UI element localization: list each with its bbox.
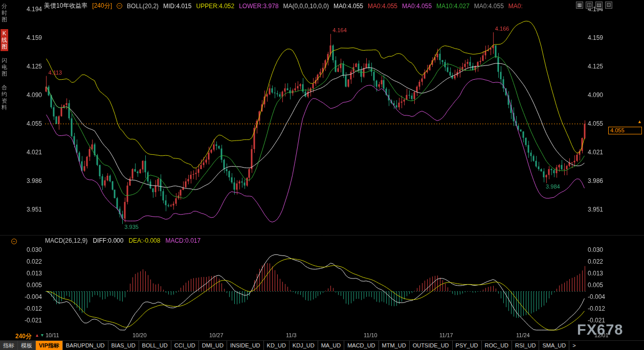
header-indicator-value: [240分] — [92, 2, 112, 10]
bottom-tab[interactable]: SMA_UD — [539, 341, 569, 350]
bottom-tab[interactable]: RSI_UD — [512, 341, 539, 350]
collapse-main-pane-icon[interactable]: − — [117, 3, 122, 9]
x-axis-date: 11/3 — [286, 332, 307, 338]
bottom-tab[interactable]: KDJ_UD — [290, 341, 318, 350]
window-layout-icon-3[interactable]: ▤ — [595, 2, 603, 9]
chart-indicator-header: 美债10年收益率[240分]−BOLL(20,2)MID:4.015UPPER:… — [44, 2, 523, 10]
header-indicator-value: MA0: — [508, 3, 523, 10]
header-indicator-value: MA10:4.027 — [436, 3, 470, 10]
sidebar-item[interactable]: K线图 — [1, 29, 8, 51]
bottom-tab[interactable]: DMI_UD — [199, 341, 227, 350]
arrow-down-icon[interactable]: ▾ — [41, 332, 43, 338]
macd-indicator-value: MACD(26,12,9) — [45, 237, 87, 244]
bottom-tab[interactable]: 模板 — [18, 341, 36, 350]
time-axis: 240分 ▴ ▾ 10/1110/2010/2711/311/1011/1711… — [0, 331, 644, 340]
bottom-tab[interactable]: ROC_UD — [482, 341, 512, 350]
bottom-tab[interactable]: MA_UD — [318, 341, 345, 350]
header-indicator-value: MA0:4.055 — [474, 3, 504, 10]
arrow-up-icon[interactable]: ▴ — [36, 332, 38, 338]
watermark: FX678 — [577, 321, 623, 338]
more-tabs-button[interactable]: > — [569, 341, 579, 350]
x-axis-date: 10/11 — [46, 332, 67, 338]
x-axis-date: 10/27 — [209, 332, 231, 338]
trading-app-window: 分时图K线图闪电图合约资料 美债10年收益率[240分]−BOLL(20,2)M… — [0, 0, 644, 350]
collapse-macd-pane-icon[interactable]: − — [11, 239, 17, 244]
bottom-tab[interactable]: BIAS_UD — [108, 341, 139, 350]
left-sidebar: 分时图K线图闪电图合约资料 — [0, 2, 9, 112]
window-layout-icon-1[interactable]: ▦ — [576, 2, 583, 9]
header-indicator-value: MA0:4.055 — [334, 3, 363, 10]
bottom-tab[interactable]: INSIDE_UD — [227, 341, 264, 350]
x-axis-date: 11/10 — [364, 332, 385, 338]
macd-indicator-value: DIFF:0.000 — [93, 237, 123, 244]
window-layout-icon-4[interactable]: ⊡ — [605, 2, 612, 9]
bottom-tab[interactable]: MACD_UD — [344, 341, 379, 350]
bottom-tab[interactable]: KD_UD — [264, 341, 290, 350]
bottom-tab[interactable]: MTM_UD — [379, 341, 410, 350]
window-layout-icon-2[interactable]: ◫ — [586, 2, 593, 9]
x-axis-date: 11/17 — [439, 332, 461, 338]
current-price-tag: 4.055 — [608, 127, 642, 134]
bottom-tab[interactable]: BARUPDN_UD — [63, 341, 108, 350]
window-layout-buttons: ▦◫▤⊡ — [576, 2, 612, 9]
header-indicator-value: BOLL(20,2) — [127, 3, 159, 10]
header-indicator-value: MID:4.015 — [163, 3, 191, 10]
current-price-marker-icon: ▲ — [637, 119, 642, 124]
header-indicator-value: UPPER:4.052 — [196, 3, 234, 10]
bottom-tab[interactable]: BOLL_UD — [139, 341, 171, 350]
header-indicator-value: LOWER:3.978 — [239, 3, 278, 10]
bottom-tab[interactable]: OUTSIDE_UD — [410, 341, 453, 350]
sidebar-item[interactable]: 分时图 — [1, 2, 8, 24]
header-indicator-value: MA0:4.055 — [402, 3, 432, 10]
macd-indicator-value: DEA:-0.008 — [128, 237, 160, 244]
header-indicator-value: 美债10年收益率 — [44, 2, 87, 10]
indicator-tab-bar: 指标模板VIP指标BARUPDN_UDBIAS_UDBOLL_UDCCI_UDD… — [0, 340, 644, 350]
x-axis-date: 10/20 — [132, 332, 154, 338]
candlestick-chart-canvas[interactable] — [0, 0, 644, 332]
macd-indicator-value: MACD:0.017 — [165, 237, 201, 244]
sidebar-item[interactable]: 合约资料 — [1, 83, 8, 112]
bottom-tab[interactable]: PSY_UD — [453, 341, 482, 350]
bottom-tab[interactable]: 指标 — [0, 341, 18, 350]
header-indicator-value: MA(0,0,0,10,0,0) — [283, 3, 329, 10]
sidebar-item[interactable]: 闪电图 — [1, 56, 8, 78]
macd-indicator-header: MACD(26,12,9)DIFF:0.000DEA:-0.008MACD:0.… — [45, 237, 201, 244]
x-axis-date: 11/24 — [516, 332, 538, 338]
bottom-tab[interactable]: CCI_UD — [171, 341, 199, 350]
bottom-tab[interactable]: VIP指标 — [36, 341, 63, 350]
header-indicator-value: MA0:4.055 — [368, 3, 397, 10]
period-label[interactable]: 240分 — [15, 332, 32, 341]
